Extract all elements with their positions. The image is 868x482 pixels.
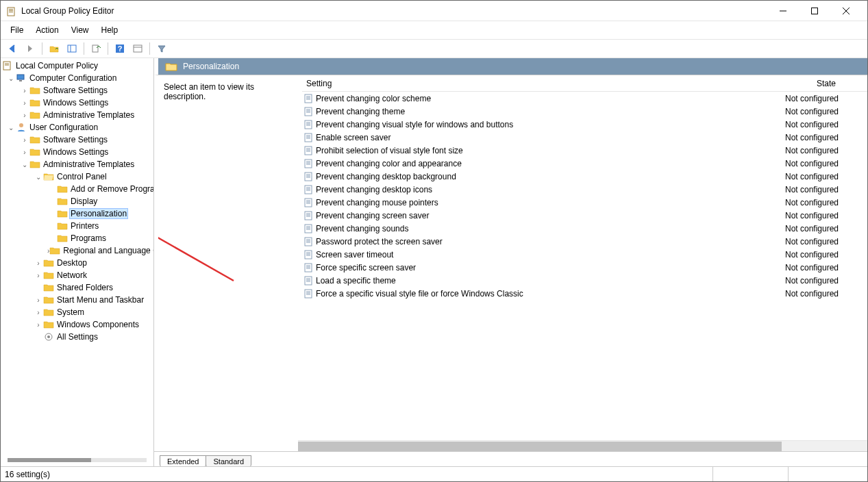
list-item[interactable]: Force a specific visual style file or fo… (302, 287, 867, 300)
show-hide-tree-button[interactable] (64, 41, 79, 56)
tree-network[interactable]: › Network (1, 269, 153, 281)
list-item[interactable]: Prevent changing soundsNot configured (302, 222, 867, 235)
list-item[interactable]: Prevent changing visual style for window… (302, 118, 867, 131)
policy-item-icon (303, 158, 314, 169)
tree-user-config[interactable]: ⌄ User Configuration (1, 121, 153, 134)
minimize-button[interactable] (767, 1, 799, 21)
svg-text:?: ? (118, 45, 123, 53)
tree-printers[interactable]: Printers (1, 220, 153, 232)
menu-action[interactable]: Action (30, 23, 64, 37)
column-state[interactable]: State (785, 79, 867, 88)
policy-item-icon (303, 223, 314, 234)
list-item[interactable]: Prevent changing mouse pointersNot confi… (302, 196, 867, 209)
main-pane: Personalization Select an item to view i… (154, 58, 867, 466)
menu-view[interactable]: View (66, 23, 95, 37)
chevron-right-icon[interactable]: › (20, 98, 29, 107)
folder-icon (29, 134, 40, 145)
list-item[interactable]: Prevent changing color schemeNot configu… (302, 92, 867, 105)
forward-button[interactable] (23, 41, 38, 56)
export-button[interactable] (88, 41, 103, 56)
folder-icon (29, 147, 40, 157)
setting-state: Not configured (785, 198, 867, 207)
list-item[interactable]: Prevent changing screen saverNot configu… (302, 209, 867, 222)
tree-admin-templates-user[interactable]: ⌄ Administrative Templates (1, 158, 153, 170)
chevron-right-icon[interactable]: › (20, 135, 29, 144)
tree-add-remove[interactable]: Add or Remove Programs (1, 183, 153, 195)
tree-programs[interactable]: Programs (1, 232, 153, 244)
tab-standard[interactable]: Standard (206, 455, 251, 466)
close-button[interactable] (830, 1, 862, 21)
tree-admin-templates[interactable]: › Administrative Templates (1, 109, 153, 121)
chevron-down-icon[interactable]: ⌄ (34, 172, 43, 181)
folder-icon (57, 196, 68, 207)
column-setting[interactable]: Setting (302, 79, 785, 88)
tree-all-settings[interactable]: All Settings (1, 331, 153, 343)
tree-regional[interactable]: › Regional and Language Options (1, 244, 153, 257)
status-cell (712, 467, 788, 481)
setting-name: Prevent changing color and appearance (316, 159, 785, 168)
svg-rect-63 (305, 225, 312, 233)
list-item[interactable]: Load a specific themeNot configured (302, 274, 867, 287)
chevron-right-icon[interactable]: › (34, 270, 43, 280)
folder-icon (29, 97, 40, 108)
help-button[interactable]: ? (112, 41, 127, 56)
tree-desktop[interactable]: › Desktop (1, 257, 153, 269)
tree-software-settings-user[interactable]: › Software Settings (1, 134, 153, 146)
chevron-right-icon[interactable]: › (20, 110, 29, 120)
tree-label: Control Panel (55, 172, 108, 181)
svg-rect-18 (17, 75, 24, 79)
tree-software-settings[interactable]: › Software Settings (1, 84, 153, 97)
menu-help[interactable]: Help (96, 23, 124, 37)
folder-icon (57, 183, 68, 194)
svg-rect-67 (305, 238, 312, 246)
chevron-right-icon[interactable]: › (20, 86, 29, 95)
chevron-right-icon[interactable]: › (34, 258, 43, 268)
svg-rect-13 (134, 45, 142, 52)
setting-state: Not configured (785, 146, 867, 155)
list-hscrollbar[interactable] (298, 440, 867, 451)
filter-button[interactable] (154, 41, 169, 56)
list-item[interactable]: Prevent changing themeNot configured (302, 105, 867, 118)
list-item[interactable]: Prevent changing color and appearanceNot… (302, 157, 867, 170)
tree-label: Regional and Language Options (62, 246, 154, 255)
tree-personalization[interactable]: Personalization (1, 207, 153, 220)
tree-display[interactable]: Display (1, 195, 153, 207)
chevron-down-icon[interactable]: ⌄ (20, 160, 29, 169)
chevron-right-icon[interactable]: › (34, 295, 43, 305)
chevron-right-icon[interactable]: › (34, 307, 43, 317)
maximize-button[interactable] (799, 1, 830, 21)
tree-system[interactable]: › System (1, 306, 153, 318)
up-button[interactable] (47, 41, 62, 56)
policy-item-icon (303, 197, 314, 208)
svg-rect-71 (305, 251, 312, 259)
svg-rect-19 (19, 80, 22, 81)
list-item[interactable]: Prevent changing desktop backgroundNot c… (302, 170, 867, 183)
setting-state: Not configured (785, 276, 867, 286)
chevron-right-icon[interactable]: › (20, 147, 29, 157)
tab-extended[interactable]: Extended (160, 455, 206, 466)
list-item[interactable]: Prevent changing desktop iconsNot config… (302, 183, 867, 196)
tree-shared-folders[interactable]: Shared Folders (1, 281, 153, 294)
properties-button[interactable] (130, 41, 145, 56)
chevron-down-icon[interactable]: ⌄ (6, 73, 16, 83)
back-button[interactable] (5, 41, 20, 56)
tree-root[interactable]: Local Computer Policy (1, 60, 153, 72)
list-item[interactable]: Password protect the screen saverNot con… (302, 235, 867, 248)
chevron-right-icon[interactable]: › (34, 320, 43, 329)
tree-control-panel[interactable]: ⌄ Control Panel (1, 170, 153, 183)
tree-hscrollbar[interactable] (8, 458, 147, 462)
tree-windows-settings[interactable]: › Windows Settings (1, 97, 153, 109)
list-item[interactable]: Force specific screen saverNot configure… (302, 261, 867, 274)
tree-pane[interactable]: Local Computer Policy ⌄ Computer Configu… (1, 58, 154, 466)
list-item[interactable]: Screen saver timeoutNot configured (302, 248, 867, 261)
menu-file[interactable]: File (5, 23, 29, 37)
tree-win-components[interactable]: › Windows Components (1, 318, 153, 331)
svg-rect-8 (68, 45, 76, 52)
setting-name: Screen saver timeout (316, 250, 785, 259)
tree-start-menu[interactable]: › Start Menu and Taskbar (1, 294, 153, 306)
list-item[interactable]: Prohibit selection of visual style font … (302, 144, 867, 157)
list-item[interactable]: Enable screen saverNot configured (302, 131, 867, 144)
tree-computer-config[interactable]: ⌄ Computer Configuration (1, 72, 153, 84)
tree-windows-settings-user[interactable]: › Windows Settings (1, 146, 153, 158)
chevron-down-icon[interactable]: ⌄ (6, 123, 16, 132)
